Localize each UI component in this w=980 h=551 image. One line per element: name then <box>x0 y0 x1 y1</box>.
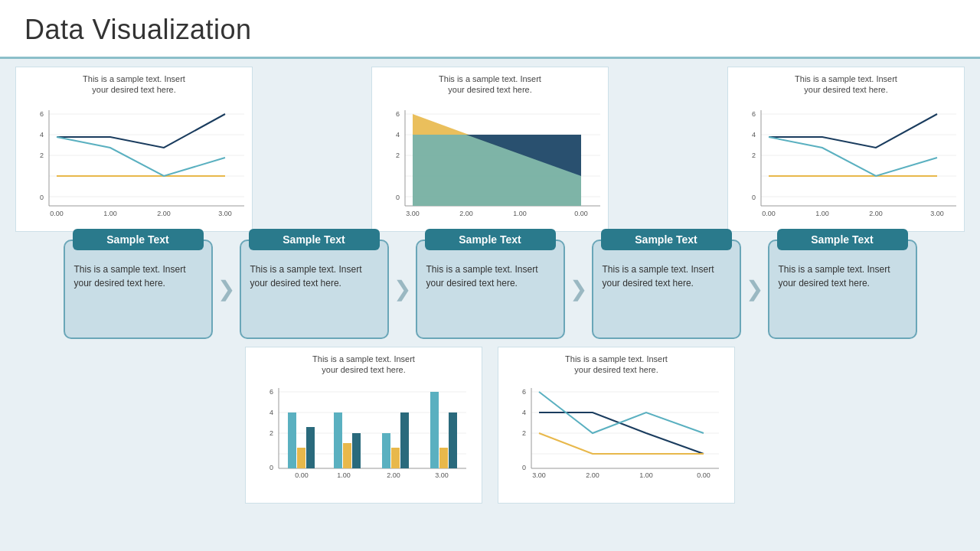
svg-rect-71 <box>430 392 439 468</box>
svg-text:2.00: 2.00 <box>387 471 400 479</box>
svg-text:3.00: 3.00 <box>406 210 420 217</box>
svg-text:2.00: 2.00 <box>157 210 171 217</box>
svg-text:6: 6 <box>396 110 400 118</box>
svg-text:4: 4 <box>40 131 44 139</box>
content-area: This is a sample text. Insertyour desire… <box>0 59 980 551</box>
svg-text:1.00: 1.00 <box>513 210 527 217</box>
svg-rect-63 <box>297 448 305 468</box>
svg-text:3.00: 3.00 <box>435 471 449 479</box>
svg-text:0.00: 0.00 <box>762 210 776 217</box>
bar-chart-title: This is a sample text. Insertyour desire… <box>252 354 475 376</box>
page: Data Visualization This is a sample text… <box>0 0 980 551</box>
process-box-1-text: This is a sample text. Insert your desir… <box>74 262 202 290</box>
process-box-5-text: This is a sample text. Insert your desir… <box>779 262 906 290</box>
svg-text:4: 4 <box>522 409 526 416</box>
process-box-3-header: Sample Text <box>425 229 556 250</box>
svg-rect-69 <box>391 448 400 468</box>
line-chart-left-svg: 6 4 2 0 0.00 1.00 2.00 3.00 <box>22 99 248 225</box>
area-chart-center: This is a sample text. Insertyour desire… <box>371 67 609 232</box>
process-box-2-text: This is a sample text. Insert your desir… <box>250 262 378 290</box>
svg-text:6: 6 <box>40 110 44 118</box>
svg-rect-66 <box>343 443 351 468</box>
process-box-4-header: Sample Text <box>601 229 732 250</box>
svg-text:1.00: 1.00 <box>103 210 117 217</box>
svg-text:4: 4 <box>752 131 756 139</box>
svg-text:2: 2 <box>270 429 273 437</box>
bottom-charts-row: This is a sample text. Insertyour desire… <box>15 347 965 504</box>
process-box-3-text: This is a sample text. Insert your desir… <box>426 262 554 290</box>
chart-title-right: This is a sample text. Insertyour desire… <box>734 73 958 96</box>
svg-text:0: 0 <box>396 194 400 201</box>
svg-text:2.00: 2.00 <box>869 210 883 217</box>
svg-text:0: 0 <box>752 194 756 201</box>
svg-text:0: 0 <box>40 194 44 201</box>
svg-text:6: 6 <box>752 110 756 118</box>
line-chart-bottom-right-svg: 6 4 2 0 3.00 2.00 1.00 0.00 <box>505 378 730 497</box>
process-box-5-header: Sample Text <box>777 229 908 250</box>
process-row: Sample Text This is a sample text. Inser… <box>15 240 965 339</box>
svg-text:0: 0 <box>522 464 526 471</box>
svg-rect-62 <box>288 412 296 468</box>
process-box-2-header: Sample Text <box>249 229 380 250</box>
process-box-4: Sample Text This is a sample text. Inser… <box>592 240 741 339</box>
svg-text:2.00: 2.00 <box>459 210 473 217</box>
svg-text:4: 4 <box>270 409 273 416</box>
page-title: Data Visualization <box>24 14 956 46</box>
svg-text:3.00: 3.00 <box>532 471 546 479</box>
svg-text:2: 2 <box>396 152 400 159</box>
svg-text:2: 2 <box>752 152 756 159</box>
svg-text:0.00: 0.00 <box>295 471 309 479</box>
line-chart-right: This is a sample text. Insertyour desire… <box>727 67 965 232</box>
chart-title-left: This is a sample text. Insertyour desire… <box>22 73 246 96</box>
process-box-1-header: Sample Text <box>73 229 204 250</box>
svg-rect-67 <box>352 433 361 468</box>
arrow-1: ❯ <box>217 276 235 302</box>
svg-text:1.00: 1.00 <box>337 471 351 479</box>
area-chart-center-svg: 6 4 2 0 3.00 2.00 1.00 0.00 <box>378 99 604 225</box>
line-chart-right-svg: 6 4 2 0 0.00 1.00 2.00 3.00 <box>734 99 960 225</box>
svg-rect-73 <box>449 412 457 468</box>
arrow-2: ❯ <box>394 276 411 302</box>
arrow-4: ❯ <box>746 276 763 302</box>
line-chart-bottom-right-title: This is a sample text. Insertyour desire… <box>505 354 728 376</box>
process-box-2: Sample Text This is a sample text. Inser… <box>240 240 389 339</box>
svg-text:2: 2 <box>522 429 526 437</box>
process-box-3: Sample Text This is a sample text. Inser… <box>416 240 565 339</box>
svg-text:0.00: 0.00 <box>697 471 710 479</box>
svg-text:0: 0 <box>270 464 273 471</box>
chart-title-center: This is a sample text. Insertyour desire… <box>378 73 602 96</box>
svg-text:0.00: 0.00 <box>50 210 64 217</box>
process-box-4-text: This is a sample text. Insert your desir… <box>603 262 730 290</box>
svg-rect-65 <box>334 412 342 468</box>
svg-rect-68 <box>382 433 390 468</box>
bar-chart-svg: 6 4 2 0 0.00 1.00 2.00 3.00 <box>252 378 478 497</box>
header: Data Visualization <box>0 0 980 59</box>
svg-text:3.00: 3.00 <box>218 210 232 217</box>
top-charts-row: This is a sample text. Insertyour desire… <box>15 67 965 232</box>
svg-text:0.00: 0.00 <box>574 210 588 217</box>
arrow-3: ❯ <box>570 276 587 302</box>
line-chart-bottom-right: This is a sample text. Insertyour desire… <box>498 347 735 504</box>
svg-text:2.00: 2.00 <box>586 471 599 479</box>
process-box-1: Sample Text This is a sample text. Inser… <box>64 240 213 339</box>
svg-rect-72 <box>439 448 448 468</box>
svg-text:3.00: 3.00 <box>930 210 944 217</box>
svg-rect-70 <box>400 412 409 468</box>
svg-text:6: 6 <box>270 388 273 396</box>
svg-text:2: 2 <box>40 152 44 159</box>
svg-text:1.00: 1.00 <box>815 210 829 217</box>
process-box-5: Sample Text This is a sample text. Inser… <box>768 240 917 339</box>
svg-text:4: 4 <box>396 131 400 139</box>
bar-chart-bottom: This is a sample text. Insertyour desire… <box>245 347 482 504</box>
line-chart-left: This is a sample text. Insertyour desire… <box>15 67 253 232</box>
svg-rect-64 <box>306 427 315 468</box>
svg-text:1.00: 1.00 <box>639 471 653 479</box>
svg-text:6: 6 <box>522 388 526 396</box>
